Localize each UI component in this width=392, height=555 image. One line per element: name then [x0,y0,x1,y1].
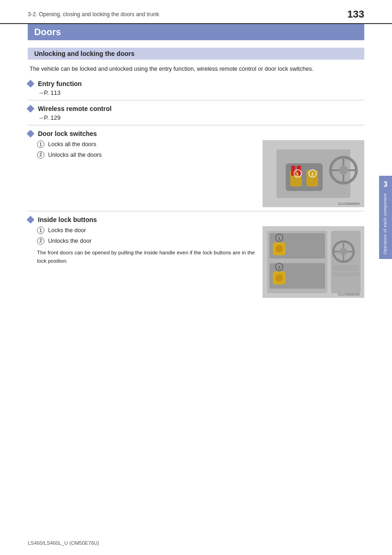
door-lock-diagram: 1 2 CLV328A009 [263,140,364,207]
lock-item-2: Unlocks all the doors [48,151,102,160]
door-lock-image-col: 1 2 CLV328A009 [263,140,364,207]
circle-num-2: 2 [37,151,44,159]
wireless-remote-section: Wireless remote control →P. 129 [28,105,364,125]
inside-lock-svg: 1 2 [263,226,364,298]
section-title-bar: Doors [28,24,364,40]
subsection-title: Unlocking and locking the doors [34,50,358,57]
diamond-icon [27,80,35,88]
svg-point-12 [339,166,348,175]
svg-text:2: 2 [311,172,313,176]
entry-function-ref: →P. 113 [28,89,364,96]
list-item: 2 Unlocks the door [28,237,255,246]
footer-text: LS460/LS460L_U (OM50E76U) [28,540,99,546]
diamond-icon-2 [27,105,35,113]
door-lock-svg: 1 2 CLV328A009 [263,140,364,207]
list-item: 1 Locks all the doors [28,140,255,149]
lock-item-1: Locks all the doors [48,140,96,149]
svg-point-27 [276,274,283,282]
wireless-remote-ref: →P. 129 [28,114,364,121]
page-container: 3-2. Opening, closing and locking the do… [0,0,392,555]
wireless-remote-title: Wireless remote control [38,105,111,112]
side-tab: 3 Operation of each component [379,176,392,259]
door-lock-content: 1 Locks all the doors 2 Unlocks all the … [28,140,364,207]
inside-lock-image-col: 1 2 [263,226,364,298]
inside-lock-heading: Inside lock buttons [28,216,364,223]
inside-lock-note: The front doors can be opened by pulling… [28,248,255,265]
page-number: 133 [347,8,364,20]
door-lock-heading: Door lock switches [28,130,364,137]
svg-text:CLV328A036: CLV328A036 [338,292,360,296]
svg-text:1: 1 [278,236,280,240]
inside-lock-diagram: 1 2 [263,226,364,298]
svg-point-32 [340,248,347,255]
svg-text:2: 2 [278,265,280,270]
door-lock-section: Door lock switches 1 Locks all the doors… [28,130,364,211]
diamond-icon-3 [27,130,35,138]
inside-lock-section: Inside lock buttons 1 Locks the door 2 U… [28,216,364,302]
main-content: Doors Unlocking and locking the doors Th… [0,24,392,334]
intro-text: The vehicle can be locked and unlocked u… [28,64,364,74]
svg-text:1: 1 [296,172,299,176]
inside-lock-item-2: Unlocks the door [48,237,92,246]
entry-function-section: Entry function →P. 113 [28,80,364,100]
svg-text:CLV328A009: CLV328A009 [338,202,360,206]
diamond-icon-4 [27,216,35,224]
side-tab-label: Operation of each component [383,193,388,254]
inside-lock-title: Inside lock buttons [38,216,97,223]
header-title: 3-2. Opening, closing and locking the do… [28,11,159,18]
page-footer: LS460/LS460L_U (OM50E76U) [28,540,99,546]
list-item: 2 Unlocks all the doors [28,151,255,160]
page-header: 3-2. Opening, closing and locking the do… [0,0,392,24]
subsection-header: Unlocking and locking the doors [28,48,364,60]
svg-point-22 [276,245,283,253]
svg-rect-37 [333,265,359,271]
circle-num-3: 1 [37,227,44,234]
inside-lock-item-1: Locks the door [48,226,86,235]
inside-lock-content: 1 Locks the door 2 Unlocks the door The … [28,226,364,298]
entry-function-heading: Entry function [28,80,364,87]
side-tab-number: 3 [384,180,388,189]
list-item: 1 Locks the door [28,226,255,235]
svg-rect-38 [333,272,359,276]
section-title: Doors [34,27,358,37]
entry-function-title: Entry function [38,80,82,87]
inside-lock-text-col: 1 Locks the door 2 Unlocks the door The … [28,226,255,298]
door-lock-text-col: 1 Locks all the doors 2 Unlocks all the … [28,140,255,207]
circle-num-4: 2 [37,237,44,245]
wireless-remote-heading: Wireless remote control [28,105,364,112]
door-lock-title: Door lock switches [38,130,97,137]
circle-num-1: 1 [37,141,44,148]
